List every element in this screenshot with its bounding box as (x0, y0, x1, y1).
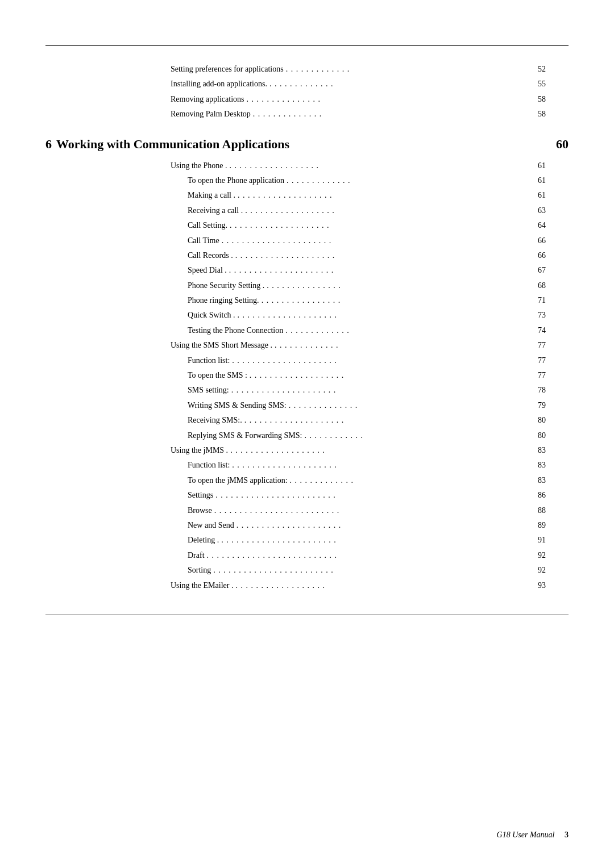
toc-entry-page: 61 (529, 174, 546, 187)
toc-entry-page: 52 (529, 63, 546, 76)
toc-entry-page: 83 (529, 459, 546, 471)
footer-spacer (557, 831, 563, 839)
toc-entry-page: 67 (529, 264, 546, 277)
toc-entry-dots: . . . . . . . . . . . . . . . . . . . . … (232, 354, 526, 367)
toc-entry-dots: . . . . . . . . . . . . . . (289, 399, 526, 412)
toc-entry-label: Testing the Phone Connection (188, 324, 283, 337)
toc-entry-label: Call Setting. (188, 219, 227, 232)
toc-entry-ch-15: SMS setting: . . . . . . . . . . . . . .… (171, 384, 546, 397)
toc-entry-page: 58 (529, 108, 546, 120)
toc-entry-label: Making a call . (188, 189, 235, 202)
toc-entry-dots: . . . . . . . . . . . . . (286, 63, 526, 76)
bottom-rule (45, 615, 569, 615)
toc-entry-page: 55 (529, 78, 546, 90)
toc-entry-ch-1: To open the Phone application . . . . . … (171, 174, 546, 187)
toc-entry-dots: . . . . . . . . . . . . . . . . . . . . … (221, 534, 526, 546)
toc-entry-dots: . . . . . . . . . . . . . . . . (262, 294, 526, 307)
toc-entry-ch-27: Sorting . . . . . . . . . . . . . . . . … (171, 564, 546, 577)
toc-entry-ch-18: Replying SMS & Forwarding SMS: . . . . .… (171, 429, 546, 442)
toc-entry-ch-20: Function list: . . . . . . . . . . . . .… (171, 459, 546, 471)
toc-entry-label: Using the SMS Short Message . (171, 339, 272, 352)
toc-entry-label: To open the SMS : (188, 369, 247, 382)
toc-entry-top-1: Installing add-on applications. . . . . … (171, 78, 546, 90)
toc-entry-ch-22: Settings . . . . . . . . . . . . . . . .… (171, 489, 546, 502)
toc-entry-ch-2: Making a call . . . . . . . . . . . . . … (171, 189, 546, 202)
toc-entry-ch-13: Function list: . . . . . . . . . . . . .… (171, 354, 546, 367)
page-container: Setting preferences for applications . .… (0, 0, 614, 868)
toc-entry-page: 66 (529, 235, 546, 247)
toc-entry-top-2: Removing applications . . . . . . . . . … (171, 93, 546, 106)
toc-entry-dots: . . . . . . . . . . . . . . . . . . (235, 579, 526, 592)
toc-entry-label: Removing applications (171, 93, 244, 106)
chapter-header: 6 Working with Communication Application… (45, 137, 569, 152)
toc-entry-ch-6: Call Records . . . . . . . . . . . . . .… (171, 249, 546, 262)
toc-entry-page: 63 (529, 205, 546, 217)
toc-entry-dots: . . . . . . . . . . . . . . . . . . . . (238, 309, 526, 322)
toc-entry-dots: . . . . . . . . . . . . . . . . . . . . (235, 249, 526, 262)
chapter-page-num: 60 (546, 137, 569, 152)
toc-entry-label: Removing Palm Desktop (171, 108, 251, 120)
toc-entry-page: 58 (529, 93, 546, 106)
toc-entry-label: Speed Dial . (188, 264, 227, 277)
toc-entry-label: Function list: (188, 459, 230, 471)
toc-entry-dots: . . . . . . . . . . . . . . . . . . . . … (215, 489, 526, 502)
toc-entry-page: 86 (529, 489, 546, 502)
toc-entry-label: New and Send (188, 519, 234, 532)
toc-entry-dots: . . . . . . . . . . . . . . . . . . (245, 205, 526, 217)
toc-entry-page: 61 (529, 189, 546, 202)
toc-entry-dots: . . . . . . . . . . . . . . . . . . . . … (232, 459, 526, 471)
toc-entry-ch-4: Call Setting. . . . . . . . . . . . . . … (171, 219, 546, 232)
toc-entry-label: Using the Phone . (171, 160, 227, 172)
toc-entry-ch-19: Using the jMMS . . . . . . . . . . . . .… (171, 444, 546, 457)
toc-entry-page: 80 (529, 429, 546, 442)
footer: G18 User Manual 3 (497, 831, 569, 840)
chapter-title: Working with Communication Applications (56, 137, 546, 152)
toc-entry-ch-9: Phone ringing Setting. . . . . . . . . .… (171, 294, 546, 307)
toc-entry-label: Replying SMS & Forwarding SMS: (188, 429, 302, 442)
toc-entry-page: 92 (529, 549, 546, 562)
toc-entry-top-3: Removing Palm Desktop . . . . . . . . . … (171, 108, 546, 120)
toc-entry-ch-3: Receiving a call . . . . . . . . . . . .… (171, 205, 546, 217)
toc-entry-ch-14: To open the SMS : . . . . . . . . . . . … (171, 369, 546, 382)
toc-entry-label: Sorting (188, 564, 211, 577)
toc-entry-page: 74 (529, 324, 546, 337)
toc-entry-label: Setting preferences for applications (171, 63, 284, 76)
toc-entry-label: To open the Phone application (188, 174, 284, 187)
toc-entry-page: 92 (529, 564, 546, 577)
toc-entry-dots: . . . . . . . . . . . . . (287, 174, 526, 187)
toc-entry-page: 77 (529, 369, 546, 382)
toc-chapter-section: Using the Phone . . . . . . . . . . . . … (45, 160, 569, 592)
toc-entry-dots: . . . . . . . . . . . . . . . . . . . . … (207, 549, 526, 562)
toc-entry-dots: . . . . . . . . . . . . . . . (246, 93, 526, 106)
toc-entry-page: 89 (529, 519, 546, 532)
toc-entry-dots: . . . . . . . . . . . . . . . . . . . . … (231, 384, 526, 397)
toc-entry-page: 91 (529, 534, 546, 546)
toc-entry-page: 78 (529, 384, 546, 397)
toc-entry-label: Draft (188, 549, 205, 562)
toc-entry-ch-26: Draft . . . . . . . . . . . . . . . . . … (171, 549, 546, 562)
toc-entry-page: 68 (529, 279, 546, 292)
toc-entry-ch-0: Using the Phone . . . . . . . . . . . . … (171, 160, 546, 172)
toc-entry-dots: . . . . . . . . . . . . . (290, 474, 526, 487)
toc-entry-dots: . . . . . . . . . . . . . . . . . . . (250, 369, 526, 382)
toc-entry-dots: . . . . . . . . . . . . (304, 429, 526, 442)
footer-page-number: 3 (565, 831, 569, 839)
toc-entry-ch-21: To open the jMMS application: . . . . . … (171, 474, 546, 487)
toc-entry-label: To open the jMMS application: (188, 474, 288, 487)
toc-entry-ch-23: Browse . . . . . . . . . . . . . . . . .… (171, 504, 546, 517)
toc-entry-page: 77 (529, 339, 546, 352)
toc-entry-label: Installing add-on applications. (171, 78, 267, 90)
toc-entry-page: 83 (529, 474, 546, 487)
toc-entry-page: 77 (529, 354, 546, 367)
toc-entry-label: Function list: (188, 354, 230, 367)
toc-entry-label: Writing SMS & Sending SMS: (188, 399, 287, 412)
toc-entry-label: Call Time (188, 235, 219, 247)
toc-entry-dots: . . . . . . . . . . . . . (269, 78, 526, 90)
toc-entry-ch-11: Testing the Phone Connection . . . . . .… (171, 324, 546, 337)
toc-entry-page: 73 (529, 309, 546, 322)
top-rule (45, 45, 569, 46)
toc-entry-page: 64 (529, 219, 546, 232)
toc-entry-page: 80 (529, 414, 546, 427)
toc-entry-label: Deleting . (188, 534, 219, 546)
toc-entry-label: Receiving a call . (188, 205, 243, 217)
